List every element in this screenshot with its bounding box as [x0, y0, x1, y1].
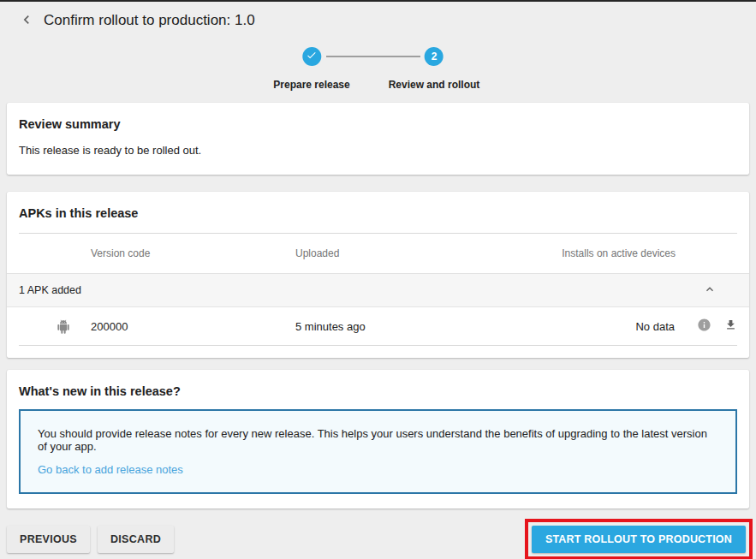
- review-summary-title: Review summary: [19, 117, 737, 131]
- uploaded-header: Uploaded: [295, 247, 562, 259]
- apks-card: APKs in this release Version code Upload…: [7, 192, 749, 358]
- apks-title: APKs in this release: [7, 192, 749, 233]
- add-release-notes-link[interactable]: Go back to add release notes: [38, 463, 183, 476]
- apk-icon-cell: [19, 318, 91, 334]
- android-icon: [57, 318, 91, 334]
- step-prepare-release[interactable]: Prepare release: [273, 37, 349, 91]
- download-icon: [724, 318, 737, 334]
- whats-new-card: What's new in this release? You should p…: [7, 370, 749, 508]
- apk-download-button[interactable]: [724, 318, 737, 334]
- release-notes-notice-text: You should provide release notes for eve…: [38, 427, 718, 453]
- version-code-header: Version code: [91, 247, 295, 259]
- collapse-button[interactable]: [703, 282, 717, 299]
- action-bar: PREVIOUS DISCARD START ROLLOUT TO PRODUC…: [7, 519, 753, 559]
- review-summary-body: This release is ready to be rolled out.: [19, 144, 737, 157]
- page-header: Confirm rollout to production: 1.0: [0, 2, 756, 30]
- step-completed-circle[interactable]: [302, 47, 321, 66]
- apk-table-header: Version code Uploaded Installs on active…: [7, 234, 749, 273]
- release-notes-notice: You should provide release notes for eve…: [19, 409, 737, 494]
- apk-group-row[interactable]: 1 APK added: [7, 273, 749, 307]
- back-button[interactable]: [17, 11, 36, 30]
- release-stepper: Prepare release 2 Review and rollout: [0, 37, 756, 92]
- previous-button[interactable]: PREVIOUS: [7, 526, 90, 553]
- version-code-value: 200000: [91, 320, 295, 333]
- apk-group-label: 1 APK added: [19, 284, 81, 296]
- start-rollout-button[interactable]: START ROLLOUT TO PRODUCTION: [532, 526, 746, 553]
- step-review-rollout: 2 Review and rollout: [389, 37, 480, 91]
- installs-value: No data: [635, 320, 675, 333]
- installs-header: Installs on active devices: [562, 247, 676, 259]
- page-title: Confirm rollout to production: 1.0: [44, 12, 255, 29]
- chevron-up-icon: [703, 282, 717, 299]
- back-arrow-icon: [18, 11, 35, 31]
- step-label-review: Review and rollout: [389, 79, 480, 91]
- apk-table-row: 200000 5 minutes ago No data: [7, 307, 749, 345]
- apk-row-divider: [19, 345, 737, 346]
- info-icon: [697, 318, 711, 335]
- check-icon: [307, 50, 318, 63]
- step-label-prepare: Prepare release: [273, 79, 349, 91]
- discard-button[interactable]: DISCARD: [98, 526, 174, 553]
- step-number-circle: 2: [425, 47, 443, 66]
- whats-new-title: What's new in this release?: [19, 384, 737, 398]
- uploaded-value: 5 minutes ago: [295, 320, 635, 333]
- red-highlight-annotation: START ROLLOUT TO PRODUCTION: [525, 519, 753, 559]
- review-summary-card: Review summary This release is ready to …: [7, 103, 749, 175]
- apk-info-button[interactable]: [697, 318, 711, 335]
- installs-cell: No data: [635, 318, 737, 335]
